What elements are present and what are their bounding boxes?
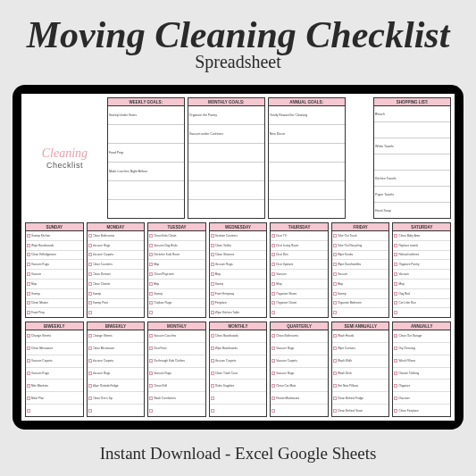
checkbox-icon[interactable]: ✓ bbox=[211, 359, 214, 363]
checkbox-icon[interactable]: ✓ bbox=[27, 244, 30, 247]
checkbox-icon[interactable]: ✓ bbox=[211, 301, 214, 305]
checkbox-icon[interactable]: ✓ bbox=[394, 397, 397, 400]
checkbox-icon[interactable]: ✓ bbox=[149, 347, 153, 350]
checkbox-icon[interactable]: ✓ bbox=[149, 272, 153, 276]
checkbox-icon[interactable]: ✓ bbox=[211, 334, 214, 338]
checkbox-icon[interactable]: ✓ bbox=[333, 359, 337, 363]
checkbox-icon[interactable]: ✓ bbox=[27, 234, 30, 238]
checkbox-icon[interactable]: ✓ bbox=[27, 301, 30, 305]
checkbox-icon[interactable]: ✓ bbox=[88, 263, 92, 266]
checkbox-icon[interactable]: ✓ bbox=[394, 301, 397, 305]
checkbox-icon[interactable]: ✓ bbox=[333, 282, 337, 286]
checkbox-icon[interactable] bbox=[88, 311, 92, 314]
checkbox-icon[interactable]: ✓ bbox=[333, 253, 337, 256]
checkbox-icon[interactable]: ✓ bbox=[271, 272, 275, 276]
checkbox-icon[interactable]: ✓ bbox=[88, 301, 92, 305]
checkbox-icon[interactable] bbox=[211, 409, 214, 413]
checkbox-icon[interactable]: ✓ bbox=[333, 263, 337, 266]
checkbox-icon[interactable] bbox=[149, 311, 153, 314]
checkbox-icon[interactable]: ✓ bbox=[149, 282, 153, 286]
checkbox-icon[interactable]: ✓ bbox=[27, 347, 30, 350]
checkbox-icon[interactable]: ✓ bbox=[149, 301, 153, 305]
checkbox-icon[interactable]: ✓ bbox=[88, 244, 92, 247]
checkbox-icon[interactable]: ✓ bbox=[149, 263, 153, 266]
checkbox-icon[interactable]: ✓ bbox=[333, 244, 337, 247]
checkbox-icon[interactable]: ✓ bbox=[271, 234, 275, 238]
checkbox-icon[interactable] bbox=[27, 409, 30, 413]
checkbox-icon[interactable]: ✓ bbox=[394, 409, 397, 413]
checkbox-icon[interactable]: ✓ bbox=[271, 292, 275, 296]
checkbox-icon[interactable] bbox=[211, 397, 214, 400]
checkbox-icon[interactable]: ✓ bbox=[27, 292, 30, 296]
checkbox-icon[interactable]: ✓ bbox=[333, 409, 337, 413]
checkbox-icon[interactable]: ✓ bbox=[333, 384, 337, 388]
checkbox-icon[interactable]: ✓ bbox=[333, 397, 337, 400]
checkbox-icon[interactable] bbox=[271, 409, 275, 413]
checkbox-icon[interactable]: ✓ bbox=[149, 244, 153, 247]
checkbox-icon[interactable] bbox=[394, 311, 397, 314]
checkbox-icon[interactable]: ✓ bbox=[333, 301, 337, 305]
checkbox-icon[interactable]: ✓ bbox=[88, 359, 92, 363]
checkbox-icon[interactable]: ✓ bbox=[211, 347, 214, 350]
checkbox-icon[interactable]: ✓ bbox=[271, 244, 275, 247]
checkbox-icon[interactable]: ✓ bbox=[149, 397, 153, 400]
checkbox-icon[interactable]: ✓ bbox=[88, 372, 92, 375]
checkbox-icon[interactable]: ✓ bbox=[333, 272, 337, 276]
checkbox-icon[interactable]: ✓ bbox=[271, 253, 275, 256]
checkbox-icon[interactable]: ✓ bbox=[211, 311, 214, 314]
checkbox-icon[interactable]: ✓ bbox=[88, 384, 92, 388]
checkbox-icon[interactable]: ✓ bbox=[211, 384, 214, 388]
checkbox-icon[interactable]: ✓ bbox=[394, 372, 397, 375]
checkbox-icon[interactable]: ✓ bbox=[149, 359, 153, 363]
checkbox-icon[interactable]: ✓ bbox=[88, 272, 92, 276]
checkbox-icon[interactable]: ✓ bbox=[271, 372, 275, 375]
checkbox-icon[interactable]: ✓ bbox=[211, 272, 214, 276]
checkbox-icon[interactable] bbox=[88, 409, 92, 413]
checkbox-icon[interactable]: ✓ bbox=[394, 263, 397, 266]
checkbox-icon[interactable]: ✓ bbox=[211, 282, 214, 286]
checkbox-icon[interactable]: ✓ bbox=[394, 292, 397, 296]
checkbox-icon[interactable]: ✓ bbox=[271, 359, 275, 363]
checkbox-icon[interactable]: ✓ bbox=[27, 272, 30, 276]
checkbox-icon[interactable]: ✓ bbox=[211, 263, 214, 266]
checkbox-icon[interactable]: ✓ bbox=[333, 347, 337, 350]
checkbox-icon[interactable]: ✓ bbox=[211, 244, 214, 247]
checkbox-icon[interactable]: ✓ bbox=[394, 272, 397, 276]
checkbox-icon[interactable]: ✓ bbox=[27, 334, 30, 338]
checkbox-icon[interactable]: ✓ bbox=[88, 253, 92, 256]
checkbox-icon[interactable]: ✓ bbox=[149, 292, 153, 296]
checkbox-icon[interactable]: ✓ bbox=[394, 384, 397, 388]
checkbox-icon[interactable]: ✓ bbox=[271, 263, 275, 266]
checkbox-icon[interactable]: ✓ bbox=[88, 292, 92, 296]
checkbox-icon[interactable]: ✓ bbox=[271, 282, 275, 286]
checkbox-icon[interactable]: ✓ bbox=[88, 234, 92, 238]
checkbox-icon[interactable]: ✓ bbox=[149, 372, 153, 375]
checkbox-icon[interactable]: ✓ bbox=[271, 397, 275, 400]
checkbox-icon[interactable]: ✓ bbox=[27, 372, 30, 375]
checkbox-icon[interactable]: ✓ bbox=[27, 282, 30, 286]
checkbox-icon[interactable]: ✓ bbox=[27, 359, 30, 363]
checkbox-icon[interactable]: ✓ bbox=[27, 384, 30, 388]
checkbox-icon[interactable]: ✓ bbox=[149, 253, 153, 256]
checkbox-icon[interactable]: ✓ bbox=[394, 234, 397, 238]
checkbox-icon[interactable]: ✓ bbox=[211, 372, 214, 375]
checkbox-icon[interactable]: ✓ bbox=[149, 334, 153, 338]
checkbox-icon[interactable]: ✓ bbox=[333, 292, 337, 296]
checkbox-icon[interactable]: ✓ bbox=[211, 234, 214, 238]
checkbox-icon[interactable]: ✓ bbox=[211, 292, 214, 296]
checkbox-icon[interactable]: ✓ bbox=[394, 347, 397, 350]
checkbox-icon[interactable]: ✓ bbox=[394, 253, 397, 256]
checkbox-icon[interactable]: ✓ bbox=[394, 244, 397, 247]
checkbox-icon[interactable]: ✓ bbox=[394, 334, 397, 338]
checkbox-icon[interactable]: ✓ bbox=[333, 372, 337, 375]
checkbox-icon[interactable]: ✓ bbox=[27, 253, 30, 256]
checkbox-icon[interactable]: ✓ bbox=[88, 334, 92, 338]
checkbox-icon[interactable] bbox=[149, 409, 153, 413]
checkbox-icon[interactable]: ✓ bbox=[27, 311, 30, 314]
checkbox-icon[interactable]: ✓ bbox=[271, 301, 275, 305]
checkbox-icon[interactable]: ✓ bbox=[88, 282, 92, 286]
checkbox-icon[interactable] bbox=[333, 311, 337, 314]
checkbox-icon[interactable]: ✓ bbox=[149, 384, 153, 388]
checkbox-icon[interactable]: ✓ bbox=[211, 253, 214, 256]
checkbox-icon[interactable]: ✓ bbox=[333, 334, 337, 338]
